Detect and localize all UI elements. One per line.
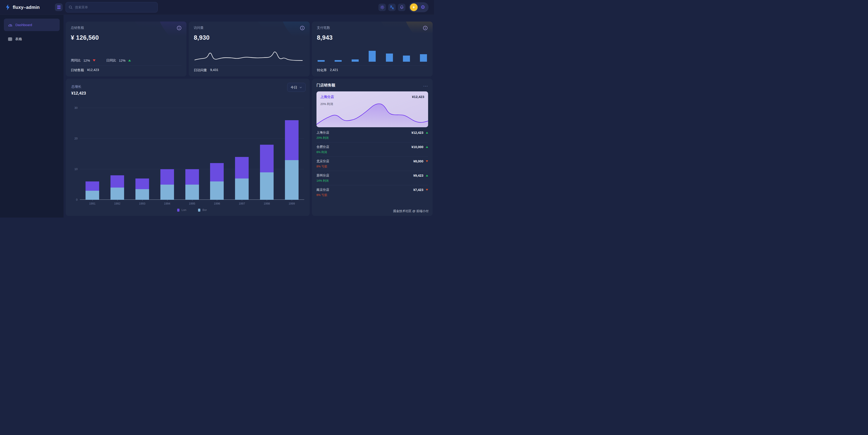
stat-value: 8,930: [194, 34, 305, 41]
footer-label: 日访问量: [194, 68, 207, 72]
metric-week: 周同比 12%: [71, 58, 95, 63]
bar-segment-lon: [111, 175, 124, 188]
sidebar: Dashboard 表格: [0, 15, 64, 218]
footer-value: 9,431: [210, 68, 218, 72]
info-icon[interactable]: [423, 26, 428, 30]
spark-bar: [335, 60, 342, 62]
sidebar-item-dashboard[interactable]: Dashboard: [4, 19, 60, 31]
store-name: 南京分店: [316, 188, 329, 192]
svg-text:A: A: [392, 7, 394, 9]
ellipsis-icon[interactable]: ...: [423, 84, 428, 86]
bar-segment-lon: [86, 181, 99, 191]
date-range-dropdown[interactable]: 今日: [287, 83, 306, 92]
footer-label: 转化率: [317, 68, 327, 72]
table-grid-icon: [8, 37, 12, 41]
trend-up-icon: [128, 59, 131, 61]
spark-bar: [420, 54, 427, 62]
store-name: 北京分店: [316, 159, 329, 163]
bar-segment-bor: [260, 173, 274, 200]
search-box: [66, 2, 158, 12]
y-axis-tick: 20: [71, 137, 78, 140]
store-note: 8% 亏损: [316, 165, 428, 168]
sidebar-item-label: 表格: [15, 37, 22, 41]
y-axis-tick: 30: [71, 106, 78, 110]
growth-title: 总增长: [71, 85, 86, 89]
legend-swatch: [177, 209, 180, 212]
store-list: 上海分店¥12,42320% 利润合肥分店¥10,0006% 利润北京分店¥8,…: [316, 128, 428, 199]
sidebar-item-table[interactable]: 表格: [4, 34, 60, 44]
bar-segment-bor: [185, 185, 199, 200]
bar-segment-lon: [235, 157, 249, 179]
brand-name: fluxy–admin: [13, 5, 40, 10]
bar-segment-lon: [185, 169, 199, 184]
trend-up-icon: [426, 132, 428, 133]
sidebar-item-label: Dashboard: [16, 23, 32, 27]
bar-group-1997: 1997: [229, 108, 254, 200]
store-value: ¥7,423: [413, 188, 423, 192]
x-axis-label: 1992: [105, 202, 130, 205]
legend-label: Lon: [182, 209, 186, 212]
store-value: ¥12,423: [411, 131, 423, 134]
store-name: 合肥分店: [316, 145, 329, 149]
y-axis-tick: 0: [71, 198, 78, 201]
theme-toggle-button[interactable]: [378, 4, 386, 11]
legend-item-lon[interactable]: Lon: [177, 209, 186, 212]
store-row[interactable]: 南京分店¥7,4236% 亏损: [316, 185, 428, 199]
trend-up-icon: [426, 175, 428, 177]
card-title: 支付笔数: [317, 26, 330, 30]
bar-segment-lon: [210, 163, 224, 181]
range-label: 今日: [290, 85, 297, 90]
menu-toggle-button[interactable]: [55, 3, 63, 11]
growth-value: ¥12,423: [71, 91, 86, 96]
settings-gear-icon[interactable]: ⚙: [421, 5, 425, 10]
bar-segment-lon: [135, 179, 149, 189]
metric-label: 周同比: [71, 58, 81, 63]
chevron-down-icon: [299, 86, 302, 89]
stat-value: ¥ 126,560: [71, 34, 182, 41]
info-icon[interactable]: [177, 26, 182, 30]
card-payments: 支付笔数 8,943 转化率 2,421: [312, 22, 433, 76]
store-row[interactable]: 北京分店¥8,0008% 亏损: [316, 157, 428, 171]
spark-bar: [318, 60, 324, 62]
search-input[interactable]: [66, 2, 158, 12]
bar-segment-bor: [135, 189, 149, 200]
bar-group-1999: 1999: [279, 108, 304, 200]
bar-segment-bor: [160, 185, 174, 200]
notifications-button[interactable]: [398, 4, 405, 11]
legend-item-bor[interactable]: Bor: [198, 209, 207, 212]
store-highlight-shanghai[interactable]: 上海分店 ¥12,423 20% 利润: [316, 91, 428, 127]
card-visits: 访问量 8,930 日访问量 9,431: [189, 22, 309, 76]
user-pill: ⚙: [409, 2, 429, 12]
watermark: 掘金技术社区 @ 前端小付: [393, 209, 429, 213]
trend-down-icon: [93, 59, 95, 61]
bar-segment-lon: [260, 145, 274, 173]
info-icon[interactable]: [300, 26, 305, 30]
spark-bar: [369, 51, 376, 62]
growth-plot: 0102030199119921993199419951996199719981…: [80, 108, 304, 200]
x-axis-label: 1994: [155, 202, 180, 205]
hamburger-icon: [57, 8, 61, 9]
app-logo[interactable]: fluxy–admin: [0, 4, 55, 10]
bar-segment-bor: [235, 179, 249, 200]
divider: [317, 65, 428, 66]
highlight-store-value: ¥12,423: [412, 95, 424, 99]
bar-group-1991: 1991: [80, 108, 105, 200]
store-row[interactable]: 上海分店¥12,42320% 利润: [316, 128, 428, 143]
store-row[interactable]: 合肥分店¥10,0006% 利润: [316, 143, 428, 157]
x-axis-label: 1997: [229, 202, 254, 205]
bar-group-1992: 1992: [105, 108, 130, 200]
store-row[interactable]: 苏州分店¥9,42314% 利润: [316, 171, 428, 185]
card-total-sales: 总销售额 ¥ 126,560 周同比 12%: [66, 22, 186, 76]
card-title: 访问量: [194, 26, 204, 30]
x-axis-label: 1999: [279, 202, 304, 205]
hamburger-icon: [57, 7, 61, 7]
trend-down-icon: [426, 160, 428, 162]
store-note: 6% 亏损: [316, 193, 428, 197]
growth-chart-card: 总增长 ¥12,423 今日 0102030199119921993199419…: [66, 79, 310, 216]
footer-value: 2,421: [330, 68, 338, 72]
user-avatar[interactable]: [410, 3, 418, 11]
footer-value: ¥12,423: [87, 68, 99, 72]
x-axis-label: 1995: [180, 202, 205, 205]
highlight-store-note: 20% 利润: [320, 102, 424, 106]
language-button[interactable]: 文 A: [388, 4, 396, 11]
